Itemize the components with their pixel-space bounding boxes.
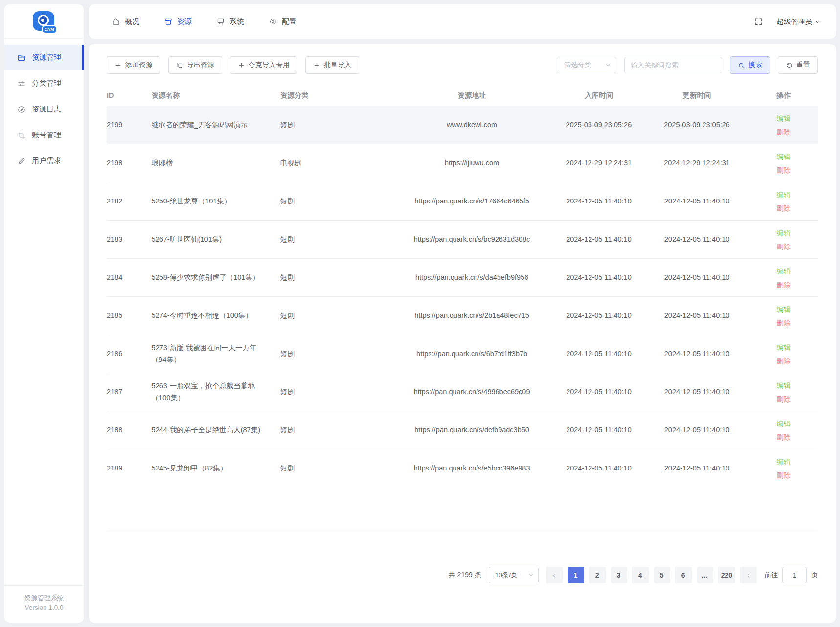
delete-link[interactable]: 删除 [749,430,818,444]
export-resource-button[interactable]: 导出资源 [168,56,222,74]
edit-link[interactable]: 编辑 [749,226,818,240]
delete-link[interactable]: 删除 [749,278,818,291]
add-resource-button[interactable]: 添加资源 [107,56,160,74]
cell-name: 继承者的荣耀_刀客源码网演示 [152,119,280,131]
col-header-actions: 操作 [749,91,818,100]
quark-import-button[interactable]: 夸克导入专用 [230,56,297,74]
logo-ring [38,15,49,26]
compass-icon [17,105,26,114]
page-button[interactable]: 1 [568,567,584,583]
table-row: 2187 5263-一胎双宝，抢个总裁当爹地（100集） 短剧 https://… [107,373,818,411]
plus-icon [238,62,245,69]
edit-link[interactable]: 编辑 [749,302,818,316]
sidebar-item-resource-log[interactable]: 资源日志 [4,96,84,122]
nav-item-system[interactable]: 系统 [216,17,244,26]
cell-created: 2024-12-05 11:40:10 [553,386,651,398]
edit-link[interactable]: 编辑 [749,188,818,202]
cell-id: 2198 [107,157,152,169]
edit-link[interactable]: 编辑 [749,264,818,278]
delete-link[interactable]: 删除 [749,316,818,330]
sidebar-item-category-manage[interactable]: 分类管理 [4,70,84,96]
cell-actions: 编辑 删除 [749,417,818,444]
cell-category: 短剧 [280,463,391,474]
delete-link[interactable]: 删除 [749,354,818,368]
page-button[interactable]: 6 [675,567,692,583]
sliders-icon [17,79,26,88]
edit-link[interactable]: 编辑 [749,379,818,392]
search-button[interactable]: 搜索 [730,56,770,74]
sidebar-item-account-manage[interactable]: 账号管理 [4,122,84,148]
cell-url: https://ijiuwu.com [391,157,553,169]
cell-created: 2024-12-29 12:24:31 [553,157,651,169]
delete-link[interactable]: 删除 [749,202,818,215]
nav-item-overview[interactable]: 概况 [112,17,139,26]
search-icon [738,62,745,69]
cell-id: 2186 [107,348,152,360]
goto-page-input[interactable] [782,567,807,583]
sidebar-item-resource-manage[interactable]: 资源管理 [4,45,84,70]
logo-dot [41,19,44,22]
delete-link[interactable]: 删除 [749,469,818,482]
cell-url: https://pan.quark.cn/s/4996bec69c09 [391,386,553,398]
cell-name: 5258-傅少求求你别虐了（101集） [152,272,280,284]
table-row: 2199 继承者的荣耀_刀客源码网演示 短剧 www.dkewl.com 202… [107,106,818,144]
page-button[interactable]: 2 [589,567,606,583]
system-name: 资源管理系统 [8,593,80,603]
plus-icon [114,62,122,69]
pager-pages: 123456...220 [568,567,735,583]
edit-link[interactable]: 编辑 [749,417,818,430]
sidebar-item-label: 账号管理 [32,131,61,140]
cell-created: 2024-12-05 11:40:10 [553,425,651,436]
nav-item-resources[interactable]: 资源 [164,17,192,26]
button-label: 添加资源 [125,61,153,69]
category-filter-select[interactable]: 筛选分类 [557,57,616,73]
cell-category: 短剧 [280,119,391,131]
keyword-search-input[interactable] [624,57,722,73]
page-button[interactable]: 4 [632,567,649,583]
logo-area: CRM [4,4,84,39]
cell-url: https://pan.quark.cn/s/6b7fd1ff3b7b [391,348,553,360]
col-header-category: 资源分类 [280,91,391,100]
cell-created: 2024-12-05 11:40:10 [553,310,651,322]
cell-category: 短剧 [280,425,391,436]
delete-link[interactable]: 删除 [749,125,818,139]
delete-link[interactable]: 删除 [749,392,818,406]
cell-name: 5274-今时重逢不相逢（100集） [152,310,280,322]
batch-import-button[interactable]: 批量导入 [305,56,359,74]
prev-page-button[interactable]: ‹ [546,567,563,583]
nav-item-config[interactable]: 配置 [269,17,296,26]
cell-id: 2189 [107,463,152,474]
edit-link[interactable]: 编辑 [749,455,818,469]
delete-link[interactable]: 删除 [749,240,818,253]
fullscreen-icon[interactable] [754,17,763,26]
edit-link[interactable]: 编辑 [749,112,818,125]
delete-link[interactable]: 删除 [749,163,818,177]
cell-name: 5263-一胎双宝，抢个总裁当爹地（100集） [152,381,280,404]
folder-icon [17,53,26,62]
edit-link[interactable]: 编辑 [749,340,818,354]
sidebar-item-user-demand[interactable]: 用户需求 [4,148,84,174]
next-page-button[interactable]: › [740,567,757,583]
nav-item-label: 系统 [229,17,244,26]
sidebar: CRM 资源管理 分类管理 资源日志 账号管理 用户需求 [4,4,84,623]
page-button[interactable]: 220 [718,567,735,583]
reset-button[interactable]: 重置 [778,56,818,74]
table-row: 2188 5244-我的弟子全是绝世高人(87集) 短剧 https://pan… [107,411,818,449]
page-button[interactable]: 3 [611,567,627,583]
page-size-select[interactable]: 10条/页 [489,567,539,583]
cell-url: https://pan.quark.cn/s/2b1a48fec715 [391,310,553,322]
system-version: Version 1.0.0 [8,603,80,613]
table-empty-area [107,487,818,529]
cell-updated: 2024-12-05 11:40:10 [651,463,749,474]
monitor-icon [216,17,225,26]
cell-created: 2025-03-09 23:05:26 [553,119,651,131]
cell-id: 2185 [107,310,152,322]
user-menu[interactable]: 超级管理员 [777,17,821,26]
cell-name: 琅琊榜 [152,157,280,169]
cell-url: https://pan.quark.cn/s/bc92631d308c [391,234,553,246]
cell-url: https://pan.quark.cn/s/e5bcc396e983 [391,463,553,474]
archive-box-icon [164,17,173,26]
edit-link[interactable]: 编辑 [749,150,818,163]
pagination: 共 2199 条 10条/页 ‹ 123456...220 › 前往 页 [107,529,818,623]
page-button[interactable]: 5 [654,567,670,583]
